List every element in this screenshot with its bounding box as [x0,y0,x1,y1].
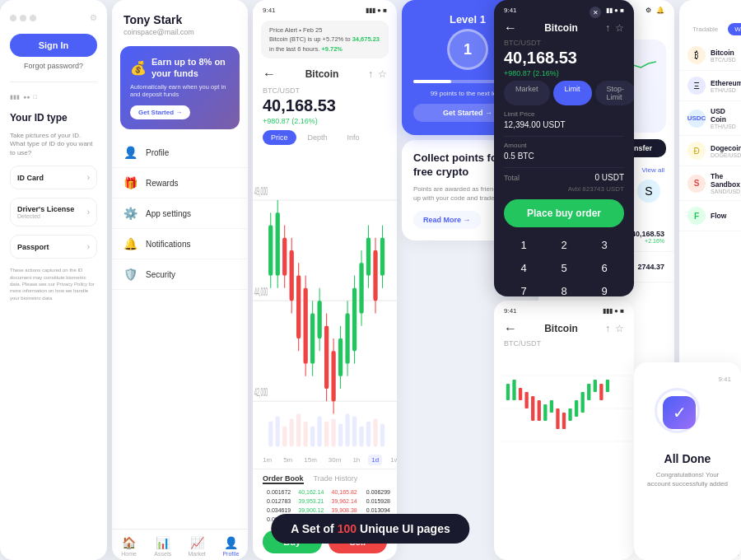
sc-star-icon[interactable]: ☆ [615,323,624,334]
tab-price[interactable]: Price [263,130,296,145]
rw-item-usdc[interactable]: USDC USD Coin ETH/USD [679,101,741,136]
sign-in-button[interactable]: Sign In [10,34,97,57]
dark-share-icon[interactable]: ↑ [605,22,610,34]
svg-rect-76 [606,380,609,392]
second-chart-panel: 9:41 ▮▮▮ ● ■ ← Bitcoin ↑ ☆ BTC/USDT [494,301,634,560]
svg-rect-48 [324,421,329,446]
svg-rect-50 [338,423,343,446]
nav-market[interactable]: 📈 Market [180,536,214,557]
forgot-password-link[interactable]: Forgot password? [10,62,97,70]
view-all-link[interactable]: View all [642,166,664,174]
bell-icon: 🔔 [124,237,137,250]
dark-status-bar: 9:41 ▮▮ ● ■ [494,0,634,17]
close-overlay-btn[interactable]: ✕ [590,7,601,18]
shield-icon: 🛡️ [124,268,137,281]
dark-tab-market[interactable]: Market [504,81,550,105]
read-more-button[interactable]: Read More → [413,211,481,229]
tf-15m[interactable]: 15m [301,455,320,465]
btc-chart-panel: 9:41 ▮▮▮ ● ■ Price Alert • Feb 25 Bitcoi… [253,0,397,560]
numpad-4[interactable]: 4 [504,257,543,279]
nav-profile[interactable]: 👤 Profile [214,536,248,557]
dark-tab-limit[interactable]: Limit [553,81,592,105]
svg-rect-68 [556,408,559,429]
rw-sand-info: The Sandbox SAND/USD [711,172,740,194]
dark-back-button[interactable]: ← [504,21,517,35]
dark-chart-icons: ↑ ☆ [605,22,624,34]
numpad-1[interactable]: 1 [504,234,543,256]
svg-text:44,000: 44,000 [254,284,268,297]
window-dots: ⚙ [10,13,97,22]
tf-1w[interactable]: 1w [387,455,397,465]
numpad-5[interactable]: 5 [544,257,584,279]
profile-icon: 👤 [124,146,137,159]
ui-kit-banner: A Set of 100 Unique UI pages [271,514,469,544]
id-option-card[interactable]: ID Card › [10,166,97,189]
menu-item-rewards[interactable]: 🎁 Rewards [112,168,248,198]
settings-btn[interactable]: ⚙ [645,7,651,14]
wl-btc-price: 40,168.53 [631,230,664,238]
tab-order-book[interactable]: Order Book [263,474,304,484]
notification-btn[interactable]: 🔔 [656,7,664,14]
rw-item-flow[interactable]: F Flow [679,201,741,231]
rewards-icon: 🎁 [124,176,137,189]
svg-rect-46 [310,426,315,446]
svg-rect-44 [296,413,301,446]
tf-5m[interactable]: 5m [280,455,296,465]
tf-1m[interactable]: 1m [259,455,275,465]
svg-rect-54 [366,421,370,446]
back-button[interactable]: ← [263,67,276,82]
profile-menu-label: Profile [146,148,169,157]
svg-rect-71 [575,400,578,417]
place-buy-order-button[interactable]: Place buy order [504,199,624,227]
rw-item-eth[interactable]: Ξ Ethereum ETH/USD [679,71,741,101]
banner-title: Earn up to 8% on your funds [151,56,230,80]
tf-1h[interactable]: 1h [349,455,363,465]
rw-item-doge[interactable]: Ð Dogecoin DOGE/USD [679,136,741,166]
sc-time: 9:41 [504,307,517,315]
star-icon[interactable]: ☆ [378,68,387,80]
menu-item-profile[interactable]: 👤 Profile [112,138,248,168]
rw-btc-icon: ₿ [687,46,706,64]
menu-item-notifications[interactable]: 🔔 Notifications [112,229,248,259]
nav-home[interactable]: 🏠 Home [112,536,146,557]
tab-trade-history[interactable]: Trade History [314,474,358,484]
dark-tab-stoplimit[interactable]: Stop-Limit [595,81,634,105]
numpad-3[interactable]: 3 [585,234,624,256]
tf-30m[interactable]: 30m [325,455,345,465]
rw-search-area: 🔍 [679,0,741,23]
menu-item-security[interactable]: 🛡️ Security [112,259,248,290]
rw-item-sand[interactable]: S The Sandbox SAND/USD [679,166,741,201]
numpad-6[interactable]: 6 [585,257,624,279]
rw-item-btc[interactable]: ₿ Bitcoin BTC/USD [679,40,741,71]
share-icon[interactable]: ↑ [368,68,373,80]
rw-eth-pair: ETH/USD [711,87,741,93]
svg-rect-60 [506,384,510,400]
tab-depth[interactable]: Depth [300,130,336,145]
market-nav-label: Market [188,551,205,557]
security-menu-label: Security [146,270,175,279]
sc-back-button[interactable]: ← [504,321,517,336]
numpad-7[interactable]: 7 [504,280,543,296]
rw-tab-tradable[interactable]: Tradable [686,23,725,35]
sc-share-icon[interactable]: ↑ [605,323,610,334]
svg-rect-53 [359,426,363,446]
numpad-9[interactable]: 9 [585,280,624,296]
menu-item-app-settings[interactable]: ⚙️ App settings [112,198,248,229]
nav-assets[interactable]: 📊 Assets [146,536,179,557]
get-started-button[interactable]: Get Started → [130,105,190,119]
tab-info[interactable]: Info [339,130,368,145]
qb-sand-icon[interactable]: S [637,180,660,203]
total-row: Total 0 USDT [504,173,624,182]
id-option-license[interactable]: Driver's License Detected › [10,198,97,226]
chevron-right-icon-3: › [87,242,90,251]
id-option-passport[interactable]: Passport › [10,235,97,259]
rw-tab-watchlist[interactable]: Watchlist [728,23,741,35]
limit-price-label: Limit Price [504,110,624,118]
svg-rect-62 [519,388,522,400]
total-value: 0 USDT [594,173,624,182]
dark-star-icon[interactable]: ☆ [615,22,624,34]
tf-1d[interactable]: 1d [368,455,382,465]
all-done-panel: 9:41 ✓ All Done Congratulations! Your ac… [634,362,741,560]
numpad-2[interactable]: 2 [544,234,584,256]
numpad-8[interactable]: 8 [544,280,584,296]
